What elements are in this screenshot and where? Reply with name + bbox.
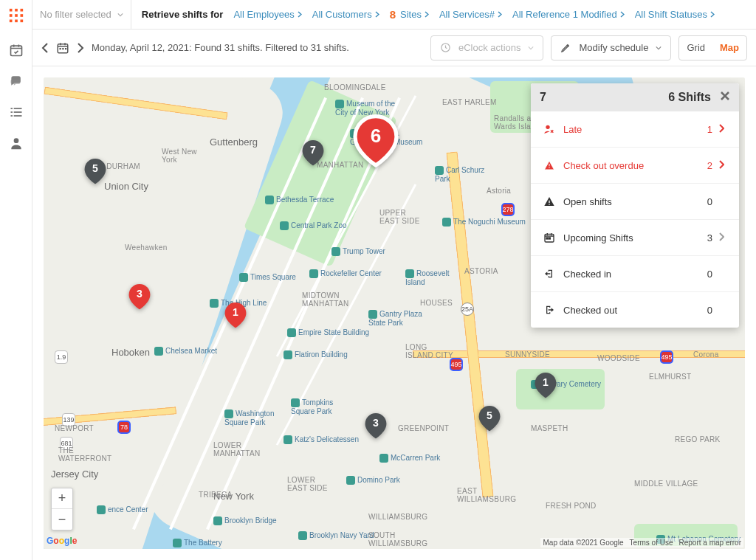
main-area: No filter selected Retrieve shifts for A… bbox=[32, 0, 756, 560]
svg-rect-20 bbox=[65, 48, 66, 49]
panel-row-late[interactable]: Late1 bbox=[531, 111, 739, 148]
filter-bar: No filter selected Retrieve shifts for A… bbox=[32, 0, 756, 30]
svg-rect-8 bbox=[20, 20, 23, 23]
pin-count: 7 bbox=[300, 144, 326, 156]
map-pin[interactable]: 5 bbox=[82, 156, 109, 188]
filter-preset-selector[interactable]: No filter selected bbox=[40, 0, 131, 29]
svg-rect-3 bbox=[9, 14, 12, 17]
terms-link[interactable]: Terms of Use bbox=[630, 539, 673, 547]
map-attribution: Map data ©2021 Google Terms of Use Repor… bbox=[540, 538, 743, 547]
shift-count: 6 Shifts bbox=[668, 91, 711, 104]
filter-sites[interactable]: 8Sites bbox=[390, 8, 429, 21]
cluster-summary-panel: 7 6 Shifts Late1Check out overdue2Open s… bbox=[531, 83, 739, 328]
chevron-right-icon bbox=[718, 160, 729, 171]
svg-rect-1 bbox=[15, 9, 18, 12]
row-label: Checked in bbox=[563, 269, 611, 280]
pin-count: 3 bbox=[126, 288, 153, 300]
map[interactable]: 495 495 278 78 139 1.9 25A 681 New YorkJ… bbox=[44, 77, 745, 549]
pin-count: 3 bbox=[362, 417, 389, 429]
filter-services[interactable]: All Services# bbox=[439, 9, 502, 20]
row-label: Late bbox=[563, 124, 582, 135]
row-label: Check out overdue bbox=[563, 160, 644, 171]
row-count: 1 bbox=[707, 124, 712, 135]
app-logo-icon[interactable] bbox=[8, 7, 24, 27]
close-icon bbox=[720, 91, 730, 101]
svg-rect-2 bbox=[20, 9, 23, 12]
svg-rect-14 bbox=[10, 115, 13, 117]
panel-row-overdue[interactable]: Check out overdue2 bbox=[531, 148, 739, 184]
svg-rect-11 bbox=[13, 108, 21, 109]
chevron-right-icon bbox=[620, 11, 625, 18]
view-grid-button[interactable]: Grid bbox=[679, 35, 712, 61]
next-day-button[interactable] bbox=[77, 43, 84, 53]
report-error-link[interactable]: Report a map error bbox=[679, 539, 741, 547]
view-toggle: Grid Map bbox=[678, 35, 747, 61]
pin-count: 5 bbox=[82, 162, 109, 174]
caret-down-icon bbox=[117, 12, 123, 18]
chevron-right-icon bbox=[718, 232, 729, 243]
panel-header: 7 6 Shifts bbox=[531, 83, 739, 111]
chevron-right-icon bbox=[718, 124, 729, 135]
row-count: 3 bbox=[707, 232, 712, 243]
warn-icon bbox=[541, 159, 557, 171]
map-pin[interactable]: 6 bbox=[350, 111, 402, 173]
filter-customers[interactable]: All Customers bbox=[312, 9, 379, 20]
pin-count: 5 bbox=[476, 409, 503, 421]
zoom-out-button[interactable]: − bbox=[52, 509, 72, 530]
filter-employees[interactable]: All Employees bbox=[233, 9, 301, 20]
svg-rect-9 bbox=[10, 46, 21, 55]
svg-rect-12 bbox=[10, 111, 13, 113]
map-pin[interactable]: 7 bbox=[300, 137, 326, 170]
map-pin[interactable]: 1 bbox=[532, 370, 559, 402]
view-map-button[interactable]: Map bbox=[712, 35, 746, 61]
clock-icon bbox=[440, 42, 451, 53]
svg-rect-18 bbox=[60, 48, 61, 49]
prev-day-button[interactable] bbox=[41, 43, 49, 53]
user-icon[interactable] bbox=[9, 136, 24, 151]
map-pin[interactable]: 3 bbox=[362, 410, 389, 443]
svg-rect-15 bbox=[13, 115, 21, 117]
retrieve-label: Retrieve shifts for bbox=[142, 9, 224, 20]
chevron-right-icon bbox=[710, 11, 715, 18]
chevron-right-icon bbox=[375, 11, 379, 18]
close-panel-button[interactable] bbox=[720, 91, 730, 104]
chat-icon[interactable] bbox=[9, 74, 24, 89]
eclock-actions-button[interactable]: eClock actions bbox=[430, 35, 544, 61]
panel-row-open: Open shifts0 bbox=[531, 184, 739, 220]
map-pin[interactable]: 5 bbox=[476, 403, 503, 435]
left-rail bbox=[0, 0, 32, 560]
svg-point-16 bbox=[13, 138, 18, 143]
calendar-picker-icon[interactable] bbox=[56, 41, 69, 55]
zoom-in-button[interactable]: + bbox=[52, 488, 72, 509]
filter-reference[interactable]: All Reference 1 Modified bbox=[512, 9, 625, 20]
svg-rect-24 bbox=[549, 204, 549, 204]
date-status-text: Monday, April 12, 2021: Found 31 shifts.… bbox=[92, 42, 349, 53]
route-shield-icon: 681 bbox=[60, 437, 73, 450]
map-pin[interactable]: 3 bbox=[126, 281, 153, 314]
interstate-shield-icon: 495 bbox=[450, 358, 463, 371]
filter-statuses[interactable]: All Shift Statuses bbox=[635, 9, 715, 20]
svg-rect-7 bbox=[15, 20, 18, 23]
map-pin[interactable]: 1 bbox=[222, 300, 249, 332]
panel-row-upcoming[interactable]: Upcoming Shifts3 bbox=[531, 220, 739, 256]
svg-rect-5 bbox=[20, 14, 23, 17]
row-label: Checked out bbox=[563, 305, 617, 316]
row-count: 0 bbox=[707, 269, 712, 280]
route-shield-icon: 139 bbox=[62, 413, 75, 426]
panel-row-checkedout: Checked out0 bbox=[531, 292, 739, 328]
row-count: 2 bbox=[707, 160, 712, 171]
caret-down-icon bbox=[528, 45, 534, 51]
calendar-check-icon[interactable] bbox=[9, 43, 24, 58]
map-data-label: Map data ©2021 Google bbox=[543, 539, 623, 547]
svg-rect-13 bbox=[13, 111, 21, 113]
pin-count: 1 bbox=[222, 306, 249, 318]
caret-down-icon bbox=[656, 45, 662, 51]
modify-schedule-button[interactable]: Modify schedule bbox=[551, 35, 671, 61]
filter-preset-label: No filter selected bbox=[40, 9, 111, 20]
pin-count: 1 bbox=[532, 376, 559, 388]
list-icon[interactable] bbox=[9, 105, 24, 120]
row-label: Open shifts bbox=[563, 196, 612, 207]
svg-rect-19 bbox=[62, 48, 63, 49]
calendar-icon bbox=[541, 232, 557, 243]
svg-rect-27 bbox=[549, 238, 550, 239]
